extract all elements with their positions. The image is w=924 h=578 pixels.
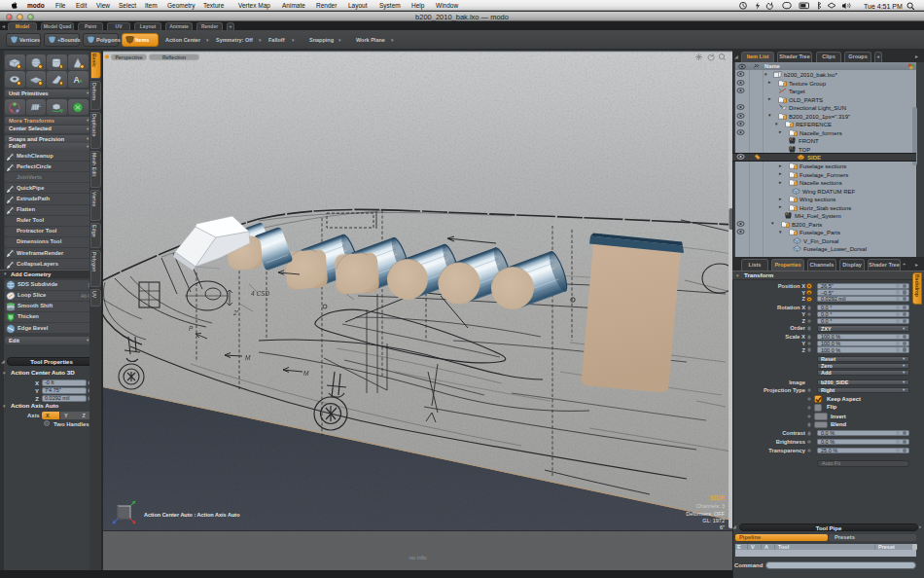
svg-text:Reflection: Reflection <box>162 54 186 60</box>
svg-text:GL: 1972: GL: 1972 <box>702 518 725 524</box>
svg-text:P: P <box>189 325 194 332</box>
svg-text:SIDE: SIDE <box>710 494 726 501</box>
svg-text:4 CSD: 4 CSD <box>251 290 269 297</box>
svg-text:M: M <box>303 370 309 377</box>
svg-text:Channels: 3: Channels: 3 <box>696 503 725 509</box>
svg-text:M: M <box>245 354 251 361</box>
svg-text:2': 2' <box>232 309 239 316</box>
svg-text:Deformers: OFF: Deformers: OFF <box>686 511 725 517</box>
svg-text:A: A <box>74 75 81 85</box>
svg-text:Action Center Auto : Action Ax: Action Center Auto : Action Axis Auto <box>144 512 240 518</box>
svg-text:Perspective: Perspective <box>115 54 142 60</box>
